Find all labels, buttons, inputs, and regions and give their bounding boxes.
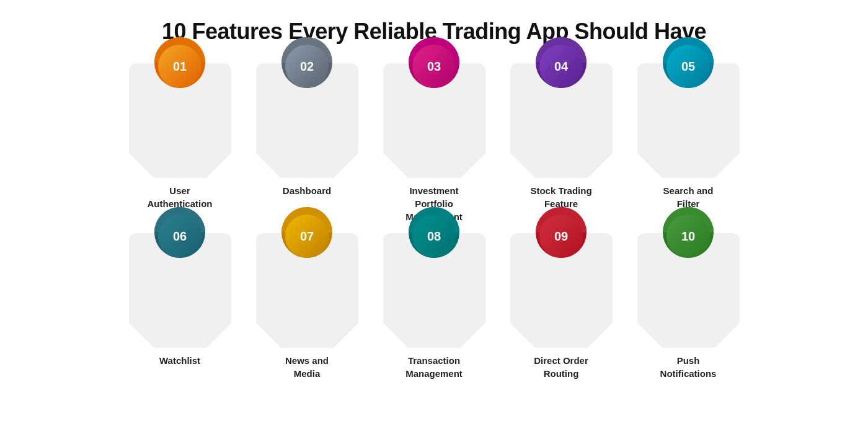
feature-card-02: 02 Dashboard — [250, 63, 365, 223]
feature-card-08: 08 TransactionManagement — [377, 233, 492, 380]
feature-card-06: 06 Watchlist — [123, 233, 237, 380]
icon-number-10: 10 — [666, 215, 710, 258]
feature-label-10: PushNotifications — [637, 354, 740, 380]
card-body-03: 03 — [383, 63, 485, 178]
feature-card-10: 10 PushNotifications — [631, 233, 746, 380]
icon-container-06: 06 — [152, 207, 208, 263]
icon-container-10: 10 — [660, 207, 716, 263]
icon-number-04: 04 — [539, 45, 583, 88]
card-body-04: 04 — [510, 63, 613, 178]
icon-container-01: 01 — [152, 37, 208, 93]
feature-label-08: TransactionManagement — [383, 354, 485, 380]
icon-container-07: 07 — [279, 207, 335, 263]
feature-card-03: 03 InvestmentPortfolioManagement — [377, 63, 492, 223]
icon-number-01: 01 — [158, 45, 202, 88]
card-body-05: 05 — [637, 63, 740, 178]
feature-card-05: 05 Search andFilter — [631, 63, 746, 223]
icon-number-05: 05 — [666, 45, 710, 88]
feature-label-07: News andMedia — [256, 354, 358, 380]
feature-label-02: Dashboard — [256, 184, 358, 197]
feature-label-01: UserAuthentication — [129, 184, 231, 210]
icon-container-04: 04 — [533, 37, 589, 93]
card-body-07: 07 — [256, 233, 358, 348]
icon-number-02: 02 — [285, 45, 329, 88]
feature-card-01: 01 UserAuthentication — [123, 63, 237, 223]
feature-label-06: Watchlist — [129, 354, 231, 367]
card-body-02: 02 — [256, 63, 358, 178]
card-body-09: 09 — [510, 233, 613, 348]
feature-label-05: Search andFilter — [637, 184, 740, 210]
icon-container-02: 02 — [279, 37, 335, 93]
icon-number-08: 08 — [412, 215, 456, 258]
feature-label-04: Stock TradingFeature — [510, 184, 613, 210]
card-body-01: 01 — [129, 63, 231, 178]
icon-container-09: 09 — [533, 207, 589, 263]
features-row-2: 06 Watchlist 07 News andMedia 08 — [25, 233, 843, 380]
icon-number-06: 06 — [158, 215, 202, 258]
card-body-06: 06 — [129, 233, 231, 348]
features-grid: 01 UserAuthentication 02 Dashboard 03 — [25, 63, 843, 380]
feature-label-09: Direct OrderRouting — [510, 354, 613, 380]
feature-card-09: 09 Direct OrderRouting — [504, 233, 619, 380]
icon-number-09: 09 — [539, 215, 583, 258]
icon-number-03: 03 — [412, 45, 456, 88]
feature-card-07: 07 News andMedia — [250, 233, 365, 380]
icon-number-07: 07 — [285, 215, 329, 258]
icon-container-03: 03 — [406, 37, 462, 93]
icon-container-05: 05 — [660, 37, 716, 93]
card-body-10: 10 — [637, 233, 740, 348]
features-row-1: 01 UserAuthentication 02 Dashboard 03 — [25, 63, 843, 223]
icon-container-08: 08 — [406, 207, 462, 263]
feature-card-04: 04 Stock TradingFeature — [504, 63, 619, 223]
card-body-08: 08 — [383, 233, 485, 348]
